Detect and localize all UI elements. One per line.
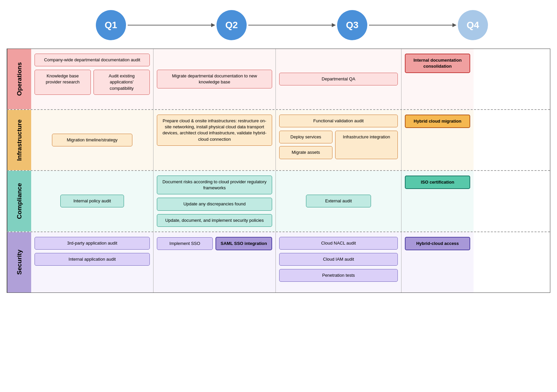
security-cols: 3rd-party application audit Internal app… <box>31 232 550 292</box>
sec-q3-card2: Cloud IAM audit <box>279 253 398 266</box>
q3-container: Q3 <box>337 10 367 40</box>
ops-q1-card2: Knowledge base provider research <box>35 70 91 95</box>
comp-q3-card1: External audit <box>306 195 371 207</box>
compliance-row: Compliance Internal policy audit Documen… <box>7 171 550 232</box>
ops-q1-card1: Company-wide departmental documentation … <box>35 54 150 66</box>
comp-q2-card1: Document risks according to cloud provid… <box>157 176 272 194</box>
q1-container: Q1 <box>96 10 126 40</box>
compliance-cols: Internal policy audit Document risks acc… <box>31 171 550 232</box>
comp-q1-card1: Internal policy audit <box>60 195 124 207</box>
comp-q4-card1: ISO certification <box>405 176 470 189</box>
infra-q1-col: Migration timeline/strategy <box>31 110 153 170</box>
infra-q1-card1: Migration timeline/strategy <box>52 134 133 146</box>
ops-q1-card3: Audit existing applications' compatibili… <box>94 70 150 95</box>
ops-q2-col: Migrate departmental documentation to ne… <box>153 49 276 109</box>
infra-q2-card1: Prepare cloud & onsite infrastructures: … <box>157 115 272 146</box>
infra-q3-col: Functional validation audit Deploy servi… <box>276 110 401 170</box>
comp-q4-col: ISO certification <box>401 171 474 232</box>
comp-q2-card2: Update any discrepancies found <box>157 198 272 210</box>
q1-circle: Q1 <box>96 10 126 40</box>
comp-q3-col: External audit <box>276 171 401 232</box>
ops-q3-col: Departmental QA <box>276 49 401 109</box>
infrastructure-cols: Migration timeline/strategy Prepare clou… <box>31 110 550 170</box>
infra-q3-card1: Functional validation audit <box>279 115 398 127</box>
sec-q4-card1: Hybrid-cloud access <box>405 237 470 250</box>
infra-q3-card2: Deploy services <box>279 131 332 143</box>
infra-q3-card3: Migrate assets <box>279 146 332 159</box>
sec-q3-card3: Penetration tests <box>279 269 398 282</box>
comp-q2-card3: Update, document, and implement security… <box>157 214 272 227</box>
sec-q2-card2: SAML SSO integration <box>215 237 272 250</box>
arrow-q3-q4 <box>369 25 456 25</box>
sec-q1-col: 3rd-party application audit Internal app… <box>31 232 153 292</box>
ops-q1-col: Company-wide departmental documentation … <box>31 49 153 109</box>
ops-q4-col: Internal documentation consolidation <box>401 49 474 109</box>
operations-label: Operations <box>7 49 31 109</box>
comp-q1-col: Internal policy audit <box>31 171 153 232</box>
compliance-label: Compliance <box>7 171 31 232</box>
ops-q3-card1: Departmental QA <box>279 73 398 85</box>
sec-q2-col: Implement SSO SAML SSO integration <box>153 232 276 292</box>
q2-circle: Q2 <box>216 10 247 40</box>
infra-q4-col: Hybrid cloud migration <box>401 110 474 170</box>
arrow-q2-q3 <box>248 25 335 25</box>
arrow-q1-q2 <box>128 25 215 25</box>
operations-row: Operations Company-wide departmental doc… <box>7 49 550 110</box>
infrastructure-label: Infrastructure <box>7 110 31 170</box>
q2-container: Q2 <box>216 10 247 40</box>
comp-q2-col: Document risks according to cloud provid… <box>153 171 276 232</box>
q4-circle: Q4 <box>458 10 488 40</box>
infra-q3-card4: Infrastructure integration <box>335 131 398 159</box>
sec-q3-col: Cloud NACL audit Cloud IAM audit Penetra… <box>276 232 401 292</box>
main-grid: Operations Company-wide departmental doc… <box>7 49 550 293</box>
timeline-header: Q1 Q2 Q3 Q4 <box>27 0 557 47</box>
sec-q2-card1: Implement SSO <box>157 237 213 250</box>
infra-q2-col: Prepare cloud & onsite infrastructures: … <box>153 110 276 170</box>
ops-q4-card1: Internal documentation consolidation <box>405 54 470 73</box>
sec-q1-card1: 3rd-party application audit <box>35 237 150 250</box>
ops-q2-card1: Migrate departmental documentation to ne… <box>157 70 272 88</box>
sec-q1-card2: Internal application audit <box>35 253 150 266</box>
sec-q3-card1: Cloud NACL audit <box>279 237 398 250</box>
q3-circle: Q3 <box>337 10 367 40</box>
security-row: Security 3rd-party application audit Int… <box>7 232 550 292</box>
infra-q4-card1: Hybrid cloud migration <box>405 115 470 128</box>
security-label: Security <box>7 232 31 292</box>
q4-container: Q4 <box>458 10 488 40</box>
infrastructure-row: Infrastructure Migration timeline/strate… <box>7 110 550 171</box>
operations-cols: Company-wide departmental documentation … <box>31 49 550 109</box>
sec-q4-col: Hybrid-cloud access <box>401 232 474 292</box>
